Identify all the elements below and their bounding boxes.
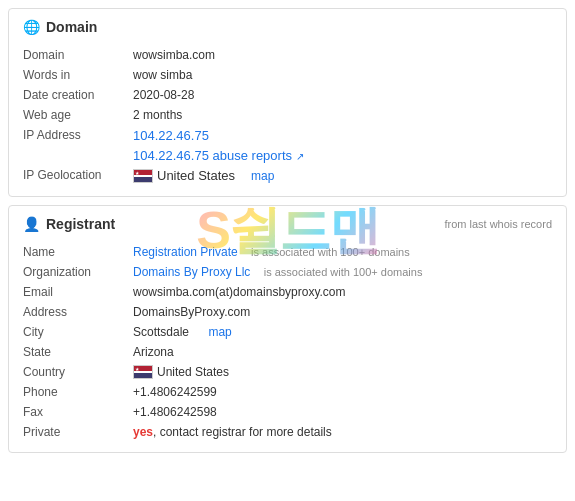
ip-geolocation-value: United States map — [133, 168, 274, 183]
date-creation-label: Date creation — [23, 88, 133, 102]
registrant-state-row: State Arizona — [23, 342, 552, 362]
phone-label: Phone — [23, 385, 133, 399]
registrant-header-left: 👤 Registrant — [23, 216, 115, 232]
words-in-label: Words in — [23, 68, 133, 82]
registrant-email-row: Email wowsimba.com(at)domainsbyproxy.com — [23, 282, 552, 302]
city-map-link[interactable]: map — [208, 325, 231, 339]
phone-value: +1.4806242599 — [133, 385, 552, 399]
domain-value: wowsimba.com — [133, 48, 215, 62]
date-creation-value: 2020-08-28 — [133, 88, 194, 102]
city-name: Scottsdale — [133, 325, 189, 339]
country-name: United States — [157, 365, 229, 379]
ip-geolocation-country: United States — [157, 168, 235, 183]
domain-row: Domain wowsimba.com — [23, 45, 552, 65]
state-value: Arizona — [133, 345, 552, 359]
registrant-name-row: Name Registration Private is associated … — [23, 242, 552, 262]
email-value: wowsimba.com(at)domainsbyproxy.com — [133, 285, 552, 299]
state-label: State — [23, 345, 133, 359]
ip-geolocation-label: IP Geolocation — [23, 168, 133, 182]
country-label: Country — [23, 365, 133, 379]
domain-section: 🌐 Domain Domain wowsimba.com Words in wo… — [8, 8, 567, 197]
city-value: Scottsdale map — [133, 325, 552, 339]
private-label: Private — [23, 425, 133, 439]
registrant-address-row: Address DomainsByProxy.com — [23, 302, 552, 322]
registration-private-link[interactable]: Registration Private — [133, 245, 238, 259]
name-label: Name — [23, 245, 133, 259]
fax-label: Fax — [23, 405, 133, 419]
web-age-value: 2 months — [133, 108, 182, 122]
domain-globe-icon: 🌐 — [23, 19, 40, 35]
words-in-value: wow simba — [133, 68, 192, 82]
org-label: Organization — [23, 265, 133, 279]
domain-section-header: 🌐 Domain — [23, 19, 552, 35]
registrant-city-row: City Scottsdale map — [23, 322, 552, 342]
date-creation-row: Date creation 2020-08-28 — [23, 85, 552, 105]
us-flag-icon — [133, 169, 153, 183]
domains-by-proxy-link[interactable]: Domains By Proxy Llc — [133, 265, 250, 279]
address-label: Address — [23, 305, 133, 319]
registrant-fax-row: Fax +1.4806242598 — [23, 402, 552, 422]
registrant-org-row: Organization Domains By Proxy Llc is ass… — [23, 262, 552, 282]
registrant-phone-row: Phone +1.4806242599 — [23, 382, 552, 402]
address-value: DomainsByProxy.com — [133, 305, 552, 319]
abuse-link[interactable]: 104.22.46.75 abuse reports — [133, 148, 292, 163]
registrant-private-row: Private yes, contact registrar for more … — [23, 422, 552, 442]
registrant-country-row: Country United States — [23, 362, 552, 382]
fax-value: +1.4806242598 — [133, 405, 552, 419]
abuse-row: 104.22.46.75 abuse reports ↗ — [23, 146, 552, 165]
external-link-icon: ↗ — [296, 151, 304, 162]
registrant-header-row: 👤 Registrant from last whois record — [23, 216, 552, 232]
name-assoc: is associated with 100+ domains — [251, 246, 410, 258]
ip-address-link[interactable]: 104.22.46.75 — [133, 128, 209, 143]
country-flag-icon — [133, 365, 153, 379]
ip-address-label: IP Address — [23, 128, 133, 142]
geolocation-map-link[interactable]: map — [251, 169, 274, 183]
private-rest: , contact registrar for more details — [153, 425, 332, 439]
web-age-label: Web age — [23, 108, 133, 122]
registrant-section: 👤 Registrant from last whois record Name… — [8, 205, 567, 453]
ip-geolocation-row: IP Geolocation United States map — [23, 165, 552, 186]
ip-address-row: IP Address 104.22.46.75 — [23, 125, 552, 146]
words-in-row: Words in wow simba — [23, 65, 552, 85]
name-value: Registration Private is associated with … — [133, 245, 552, 259]
person-icon: 👤 — [23, 216, 40, 232]
domain-section-title: Domain — [46, 19, 97, 35]
web-age-row: Web age 2 months — [23, 105, 552, 125]
registrant-section-title: Registrant — [46, 216, 115, 232]
org-assoc: is associated with 100+ domains — [264, 266, 423, 278]
private-yes: yes — [133, 425, 153, 439]
domain-label: Domain — [23, 48, 133, 62]
private-value: yes, contact registrar for more details — [133, 425, 552, 439]
registrant-from-text: from last whois record — [444, 218, 552, 230]
abuse-value: 104.22.46.75 abuse reports ↗ — [133, 148, 304, 163]
city-label: City — [23, 325, 133, 339]
org-value: Domains By Proxy Llc is associated with … — [133, 265, 552, 279]
email-label: Email — [23, 285, 133, 299]
country-value: United States — [133, 365, 552, 379]
